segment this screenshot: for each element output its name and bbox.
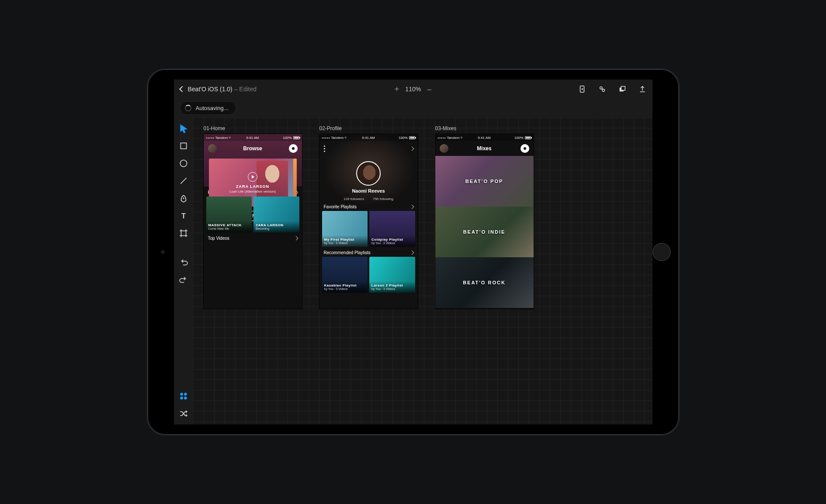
- line-tool-icon[interactable]: [179, 176, 188, 186]
- menu-icon[interactable]: [324, 145, 325, 152]
- pointer-tool-icon[interactable]: [179, 124, 188, 133]
- following[interactable]: 756 following: [373, 197, 393, 201]
- link-icon[interactable]: [598, 85, 606, 93]
- artboard-01-home[interactable]: 01-Home ••••• Tandem ᯤ 9:41 AM 100%: [204, 125, 302, 309]
- undo-icon[interactable]: [179, 257, 188, 267]
- text-tool-icon[interactable]: T: [179, 211, 188, 221]
- autosave-pill: Autosaving...: [180, 101, 236, 115]
- layers-icon[interactable]: [618, 85, 626, 93]
- svg-rect-6: [621, 86, 625, 90]
- status-time: 9:41 AM: [204, 136, 302, 140]
- svg-point-24: [180, 393, 183, 396]
- chevron-right-icon[interactable]: [410, 251, 414, 255]
- artboard-03-mixes[interactable]: 03-Mixes ••••• Tandem ᯤ 9:41 AM 100% Mix…: [435, 125, 534, 309]
- svg-point-27: [184, 397, 187, 400]
- mix-rock[interactable]: BEAT'O ROCK: [435, 257, 534, 308]
- document-title[interactable]: Beat'O iOS (1.0) – Edited: [188, 86, 257, 93]
- doc-status-text: – Edited: [233, 86, 257, 93]
- autosave-row: Autosaving...: [174, 99, 652, 117]
- followers[interactable]: 128 followers: [344, 197, 364, 201]
- profile-avatar[interactable]: [356, 161, 381, 186]
- chevron-right-icon[interactable]: [410, 205, 414, 209]
- nav-title: Browse: [204, 145, 302, 152]
- status-time: 9:41 AM: [435, 136, 534, 140]
- playlist-tile[interactable]: Coldplay Playlistby You · 3 Videos: [369, 211, 415, 247]
- left-toolbar: T: [174, 117, 193, 425]
- preview-icon[interactable]: [578, 85, 586, 93]
- svg-point-13: [183, 197, 184, 199]
- artboard-label[interactable]: 03-Mixes: [435, 125, 534, 131]
- ipad-camera: [161, 250, 165, 254]
- design-canvas[interactable]: 01-Home ••••• Tandem ᯤ 9:41 AM 100%: [193, 117, 652, 425]
- zoom-control: + 110% –: [395, 85, 431, 94]
- svg-rect-10: [180, 143, 186, 148]
- autosave-label: Autosaving...: [196, 105, 229, 111]
- svg-rect-15: [181, 231, 186, 236]
- shuffle-icon[interactable]: [179, 409, 188, 418]
- svg-line-12: [180, 178, 186, 183]
- ipad-frame: Beat'O iOS (1.0) – Edited + 110% – Autos…: [147, 69, 680, 435]
- playlist-tile[interactable]: Larson 2 Playlistby You · 3 Videos: [369, 257, 415, 293]
- chevron-right-icon[interactable]: [410, 146, 414, 151]
- artboard-label[interactable]: 02-Profile: [319, 125, 418, 131]
- grid-view-icon[interactable]: [179, 391, 188, 401]
- playlist-tile[interactable]: My First Playlistby You · 3 Videos: [322, 211, 368, 247]
- svg-point-26: [180, 397, 183, 400]
- circle-tool-icon[interactable]: [179, 159, 188, 168]
- hero-track: Lush Life (Alternative version): [229, 190, 276, 193]
- mix-indie[interactable]: BEAT'O INDIE: [435, 207, 534, 257]
- svg-line-4: [602, 89, 603, 90]
- profile-name: Naomi Reeves: [319, 188, 418, 193]
- favorite-playlists-header: Favorite Playlists: [324, 204, 357, 209]
- rectangle-tool-icon[interactable]: [179, 141, 188, 151]
- spinner-icon: [185, 105, 191, 111]
- premiere-tile[interactable]: ZARA LARSONBecoming: [253, 197, 299, 232]
- zoom-out-button[interactable]: –: [427, 85, 431, 94]
- app-screen: Beat'O iOS (1.0) – Edited + 110% – Autos…: [174, 79, 652, 425]
- ipad-home-button[interactable]: [652, 243, 671, 261]
- svg-point-11: [180, 160, 187, 166]
- svg-marker-1: [582, 88, 583, 90]
- play-icon[interactable]: [248, 172, 257, 182]
- redo-icon[interactable]: [179, 275, 188, 284]
- artboard-02-profile[interactable]: 02-Profile ••••• Tandem ᯤ 9:41 AM 100%: [319, 125, 418, 309]
- zoom-in-button[interactable]: +: [395, 85, 399, 94]
- doc-title-text: Beat'O iOS (1.0): [188, 86, 233, 93]
- recommended-playlists-header: Recommended Playlists: [324, 250, 371, 255]
- upload-icon[interactable]: [639, 85, 646, 93]
- pen-tool-icon[interactable]: [179, 193, 188, 203]
- svg-point-25: [184, 393, 187, 396]
- nav-title: Mixes: [435, 145, 534, 152]
- app-header: Beat'O iOS (1.0) – Edited + 110% –: [174, 79, 652, 99]
- section-top-videos: Top Videos: [208, 236, 229, 241]
- zoom-level[interactable]: 110%: [405, 86, 421, 93]
- premiere-tile[interactable]: MASSIVE ATTACKCome Near Me: [206, 197, 252, 232]
- svg-text:T: T: [181, 212, 185, 220]
- hero-artist: ZARA LARSON: [236, 184, 269, 189]
- chevron-right-icon[interactable]: [294, 236, 298, 241]
- mix-pop[interactable]: BEAT'O POP: [435, 156, 534, 207]
- back-icon[interactable]: [179, 86, 185, 92]
- artboard-label[interactable]: 01-Home: [204, 125, 302, 131]
- svg-marker-9: [180, 125, 186, 133]
- artboard-tool-icon[interactable]: [179, 228, 188, 238]
- status-time: 9:41 AM: [319, 136, 418, 140]
- playlist-tile[interactable]: Kasabian Playlistby You · 3 Videos: [322, 257, 368, 293]
